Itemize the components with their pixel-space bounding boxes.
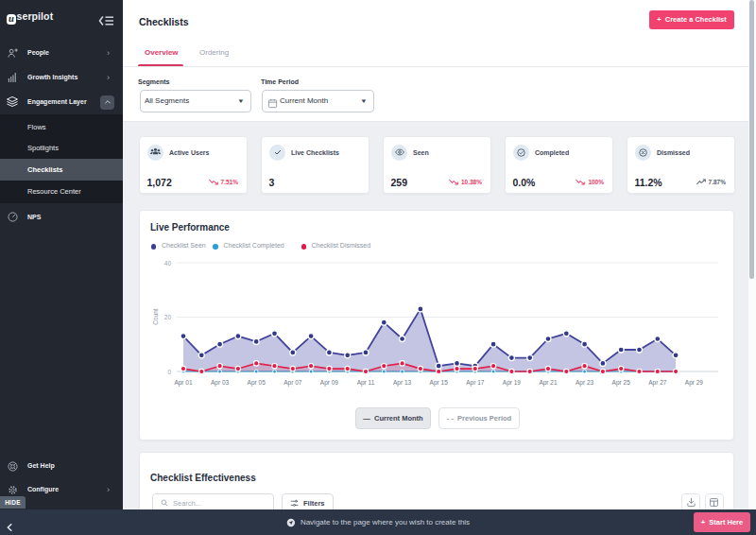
svg-text:Apr 03: Apr 03 (211, 379, 230, 387)
svg-text:40: 40 (164, 260, 172, 267)
svg-text:Apr 07: Apr 07 (284, 379, 302, 387)
svg-text:Apr 29: Apr 29 (685, 379, 704, 387)
svg-text:Apr 21: Apr 21 (539, 379, 558, 387)
svg-text:Apr 15: Apr 15 (430, 379, 449, 387)
svg-text:Apr 23: Apr 23 (576, 379, 594, 387)
svg-text:Apr 19: Apr 19 (503, 379, 522, 387)
svg-text:Apr 05: Apr 05 (248, 379, 266, 387)
svg-text:0: 0 (167, 369, 171, 375)
svg-text:Apr 01: Apr 01 (174, 379, 193, 387)
svg-text:20: 20 (164, 314, 172, 320)
svg-text:Apr 09: Apr 09 (320, 379, 339, 387)
svg-text:Apr 25: Apr 25 (612, 379, 631, 387)
svg-text:Apr 17: Apr 17 (466, 379, 485, 387)
svg-text:Apr 13: Apr 13 (393, 379, 412, 387)
svg-text:Apr 27: Apr 27 (648, 379, 667, 387)
svg-text:Apr 11: Apr 11 (357, 379, 375, 387)
svg-text:Count: Count (152, 308, 159, 325)
